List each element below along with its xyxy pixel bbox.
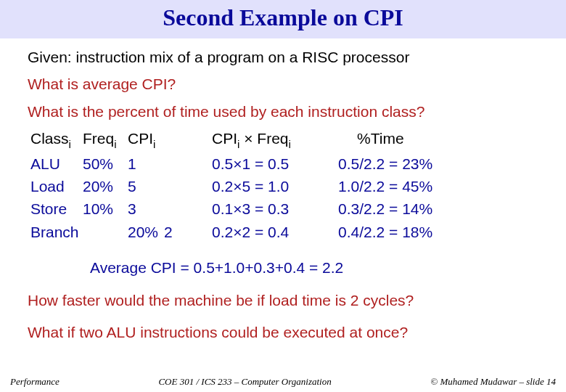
hdr-cpi: CPIi [125,127,161,152]
cell-freq-1: 20% [80,175,125,197]
cell-class-2: Store [28,197,80,220]
avg-cpi: Average CPI = 0.5+1.0+0.3+0.4 = 2.2 [90,258,538,277]
hdr-time: %Time [335,127,451,152]
hdr-freq: Freqi [80,127,125,152]
cell-class-1: Load [28,175,80,197]
cell-cpi2-0 [161,152,197,175]
cell-time-3: 0.4/2.2 = 18% [335,221,451,243]
cell-cpi-1: 5 [125,175,161,197]
given-text: Given: instruction mix of a program on a… [28,47,538,67]
title-bar: Second Example on CPI [0,0,566,38]
slide-content: Given: instruction mix of a program on a… [0,38,566,277]
question-4: What if two ALU instructions could be ex… [28,324,538,341]
question-1: What is average CPI? [28,74,538,94]
cell-time-1: 1.0/2.2 = 45% [335,175,451,197]
cell-calc-3: 0.2×2 = 0.4 [197,221,335,243]
cell-cpi2-1 [161,175,197,197]
hdr-cpifreq: CPIi × Freqi [197,127,335,152]
footer-right: © Muhamed Mudawar – slide 14 [430,376,556,388]
cell-class-3: Branch [28,221,80,243]
slide-title: Second Example on CPI [163,4,403,30]
cell-calc-1: 0.2×5 = 1.0 [197,175,335,197]
cell-freq-2: 10% [80,197,125,220]
cell-cpi2-3: 2 [161,221,197,243]
cell-cpi-0: 1 [125,152,161,175]
cell-calc-2: 0.1×3 = 0.3 [197,197,335,220]
footer: Performance COE 301 / ICS 233 – Computer… [0,372,566,392]
footer-left: Performance [10,376,60,388]
followup-questions: How faster would the machine be if load … [0,292,566,341]
hdr-cpi2 [161,127,197,152]
cell-cpi-3: 20% [125,221,161,243]
cell-time-0: 0.5/2.2 = 23% [335,152,451,175]
cell-time-2: 0.3/2.2 = 14% [335,197,451,220]
cell-calc-0: 0.5×1 = 0.5 [197,152,335,175]
question-3: How faster would the machine be if load … [28,292,538,309]
hdr-class: Classi [28,127,80,152]
cell-class-0: ALU [28,152,80,175]
cell-freq-3 [80,221,125,243]
footer-center: COE 301 / ICS 233 – Computer Organizatio… [158,376,331,388]
cell-cpi-2: 3 [125,197,161,220]
cell-cpi2-2 [161,197,197,220]
cell-freq-0: 50% [80,152,125,175]
cpi-table: Classi Freqi CPIi CPIi × Freqi %Time ALU… [28,127,538,243]
question-2: What is the percent of time used by each… [28,102,538,121]
